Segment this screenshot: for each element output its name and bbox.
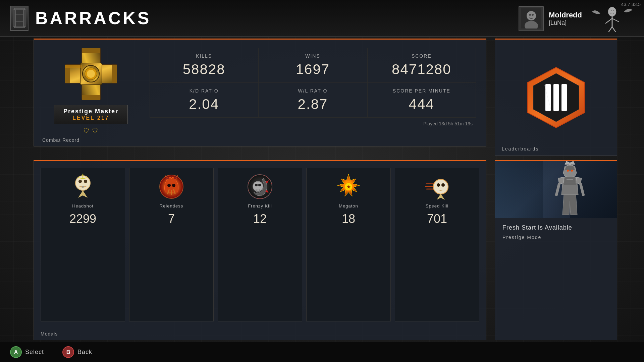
top-bar: BARRACKS 43.7 33.5 Moldredd [LuNa] bbox=[0, 0, 644, 37]
medal-frenzy: Frenzy Kill 12 bbox=[218, 168, 302, 321]
prestige-mode-label: Prestige Mode bbox=[502, 235, 609, 240]
medal-megaton: ★ Megaton 18 bbox=[306, 168, 391, 321]
svg-line-13 bbox=[605, 18, 612, 23]
svg-rect-4 bbox=[13, 10, 15, 26]
nav-back[interactable]: B Back bbox=[62, 346, 92, 358]
svg-point-59 bbox=[441, 183, 445, 187]
prestige-text-area: Fresh Start is Available Prestige Mode bbox=[495, 218, 617, 246]
kills-label: KILLS bbox=[158, 53, 250, 59]
combat-record-label: Combat Record bbox=[42, 137, 79, 143]
prestige-mode-panel[interactable]: Fresh Start is Available Prestige Mode bbox=[495, 160, 617, 340]
svg-rect-1 bbox=[16, 10, 23, 26]
medal-megaton-name: Megaton bbox=[339, 203, 358, 208]
fresh-start-label: Fresh Start is Available bbox=[502, 224, 609, 231]
shield-icon-2: 🛡 bbox=[92, 127, 98, 134]
a-button-label: A bbox=[14, 349, 18, 355]
kd-value: 2.04 bbox=[158, 96, 250, 112]
medal-headshot-name: Headshot bbox=[72, 203, 94, 208]
player-header: Moldredd [LuNa] bbox=[519, 5, 634, 32]
relentless-icon bbox=[158, 174, 184, 200]
kd-label: K/D Ratio bbox=[158, 88, 250, 94]
stat-kd: K/D Ratio 2.04 bbox=[150, 83, 258, 118]
stats-wrapper: KILLS 58828 WINS 1697 SCORE 8471280 K/D … bbox=[150, 48, 476, 126]
warrior-figure bbox=[523, 161, 617, 218]
combat-record-panel: Prestige Master LEVEL 217 🛡 🛡 KILLS 5882… bbox=[34, 39, 486, 146]
speed-kill-icon-area bbox=[424, 173, 450, 200]
spm-value: 444 bbox=[376, 96, 467, 112]
player-info: Moldredd [LuNa] bbox=[549, 11, 582, 26]
svg-point-24 bbox=[87, 70, 95, 78]
nav-select[interactable]: A Select bbox=[10, 346, 44, 358]
medal-relentless-count: 7 bbox=[168, 212, 175, 226]
avatar bbox=[519, 6, 544, 31]
svg-line-14 bbox=[612, 18, 619, 22]
megaton-icon-area: ★ bbox=[335, 173, 362, 200]
svg-rect-5 bbox=[23, 10, 26, 26]
bottom-nav: A Select B Back bbox=[0, 342, 644, 362]
prestige-section: Prestige Master LEVEL 217 🛡 🛡 bbox=[44, 48, 138, 134]
leaderboards-panel[interactable]: Leaderboards bbox=[495, 39, 617, 156]
megaton-icon: ★ bbox=[335, 174, 362, 200]
wl-label: W/L Ratio bbox=[267, 88, 358, 94]
medal-relentless: Relentless 7 bbox=[129, 168, 214, 321]
score-label: SCORE bbox=[376, 53, 467, 59]
a-button[interactable]: A bbox=[10, 346, 22, 358]
relentless-icon-area bbox=[158, 173, 185, 200]
svg-rect-33 bbox=[553, 84, 559, 111]
medal-headshot-count: 2299 bbox=[69, 212, 96, 226]
stat-spm: Score per Minute 444 bbox=[367, 83, 476, 118]
frenzy-icon-area bbox=[247, 173, 273, 200]
headshot-icon-area bbox=[69, 173, 96, 200]
svg-rect-34 bbox=[561, 84, 567, 111]
play-time: Played 13d 5h 51m 19s bbox=[150, 121, 476, 126]
svg-point-18 bbox=[612, 10, 614, 11]
medal-speed-kill: Speed Kill 701 bbox=[395, 168, 479, 321]
medal-relentless-name: Relentless bbox=[160, 203, 183, 208]
title-section: BARRACKS bbox=[10, 6, 151, 31]
wins-label: WINS bbox=[267, 53, 358, 59]
headshot-icon bbox=[70, 174, 96, 200]
medal-headshot: Headshot 2299 bbox=[41, 168, 125, 321]
stat-wins: WINS 1697 bbox=[258, 48, 367, 83]
select-label: Select bbox=[25, 349, 44, 356]
svg-text:★: ★ bbox=[347, 185, 351, 189]
score-value: 8471280 bbox=[376, 61, 467, 77]
medal-frenzy-count: 12 bbox=[253, 212, 267, 226]
wins-value: 1697 bbox=[267, 61, 358, 77]
level-label: LEVEL 217 bbox=[59, 115, 122, 121]
prestige-shields: 🛡 🛡 bbox=[84, 127, 98, 134]
medal-frenzy-name: Frenzy Kill bbox=[248, 203, 272, 208]
bo3-logo bbox=[523, 64, 590, 131]
page-title: BARRACKS bbox=[35, 8, 151, 28]
svg-rect-29 bbox=[65, 65, 82, 68]
svg-rect-27 bbox=[82, 48, 100, 53]
barracks-icon bbox=[10, 6, 29, 31]
prestige-label-box: Prestige Master LEVEL 217 bbox=[54, 105, 128, 124]
svg-point-41 bbox=[75, 176, 90, 190]
b-button[interactable]: B bbox=[62, 346, 74, 358]
kills-value: 58828 bbox=[158, 61, 250, 77]
svg-point-49 bbox=[258, 184, 261, 186]
svg-point-66 bbox=[567, 170, 569, 172]
svg-point-10 bbox=[532, 14, 534, 16]
leaderboards-label: Leaderboards bbox=[502, 146, 539, 152]
svg-point-43 bbox=[167, 184, 171, 187]
stat-score: SCORE 8471280 bbox=[367, 48, 476, 83]
svg-line-15 bbox=[607, 27, 612, 32]
prestige-icon bbox=[65, 48, 117, 100]
svg-point-17 bbox=[610, 10, 612, 11]
stat-wl: W/L Ratio 2.87 bbox=[258, 83, 367, 118]
medal-megaton-count: 18 bbox=[342, 212, 355, 226]
stats-grid: KILLS 58828 WINS 1697 SCORE 8471280 K/D … bbox=[150, 48, 476, 118]
svg-rect-32 bbox=[545, 84, 551, 111]
medals-label: Medals bbox=[41, 331, 58, 337]
spm-label: Score per Minute bbox=[376, 88, 467, 94]
svg-point-7 bbox=[527, 11, 536, 20]
svg-point-67 bbox=[571, 170, 573, 172]
svg-line-16 bbox=[612, 27, 617, 32]
stat-kills: KILLS 58828 bbox=[150, 48, 258, 83]
svg-point-9 bbox=[529, 14, 531, 16]
medals-grid: Headshot 2299 bbox=[41, 168, 479, 321]
player-character bbox=[587, 5, 634, 32]
svg-point-48 bbox=[255, 184, 258, 186]
